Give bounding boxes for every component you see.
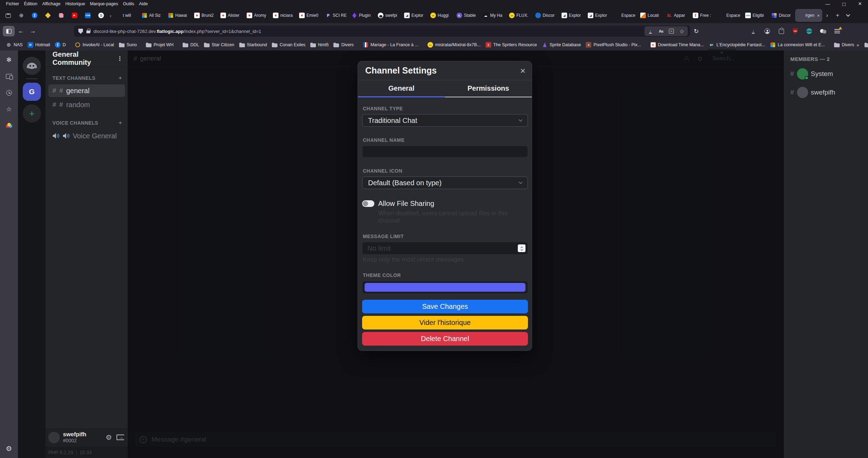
clear-history-button[interactable]: Vider l'historique [362, 316, 528, 329]
lock-icon[interactable] [86, 30, 90, 33]
browser-tab[interactable]: All Siz [140, 9, 166, 21]
bookmark-item[interactable]: La connexion Wifi et E... [768, 41, 827, 49]
tab-permissions[interactable]: Permissions [445, 80, 532, 97]
extension-b-icon[interactable] [818, 26, 828, 36]
logout-icon[interactable]: → [117, 435, 124, 440]
theme-color-input[interactable] [362, 281, 528, 294]
menu-icon[interactable] [832, 26, 842, 36]
translate-alt-icon[interactable]: A [667, 27, 676, 35]
bookmark-item[interactable]: The Spriters Resource [483, 41, 539, 49]
menu-item[interactable]: Outils [121, 1, 137, 6]
member-row[interactable]: # swefpifh [790, 87, 868, 98]
browser-tab[interactable]: SCI RE [323, 9, 350, 21]
channel-item[interactable]: # # general [48, 84, 125, 97]
account-icon[interactable] [762, 26, 772, 36]
bookmark-item[interactable]: Conan Exiles [269, 41, 308, 49]
channel-type-select[interactable]: Traditional Chat [362, 114, 528, 127]
pinned-tab[interactable] [55, 9, 68, 21]
browser-tab[interactable]: Discor [769, 9, 796, 21]
browser-tab[interactable]: Appar [664, 9, 691, 21]
server-menu-kebab-icon[interactable]: ⋮ [117, 55, 123, 62]
add-text-channel-icon[interactable]: + [119, 75, 122, 82]
add-server-button[interactable]: + [23, 104, 41, 123]
user-settings-gear-icon[interactable]: ⚙ [106, 433, 112, 442]
browser-tab[interactable]: My Ha [481, 9, 507, 21]
minimize-button[interactable]: — [820, 0, 836, 8]
bookmark-item[interactable]: NAS [3, 41, 25, 49]
tab-general[interactable]: General [358, 80, 445, 97]
discord-home-button[interactable] [23, 57, 41, 75]
bookmark-item[interactable]: InvokeAI - Local [72, 41, 117, 49]
bookmark-item[interactable]: Hotmail [25, 41, 52, 49]
list-tabs-icon[interactable] [843, 10, 853, 21]
bookmark-item[interactable]: Download Time Mana... [648, 41, 706, 49]
pinned-tab[interactable] [28, 9, 41, 21]
delete-channel-button[interactable]: Delete Channel [362, 332, 528, 346]
forward-icon[interactable]: → [27, 26, 38, 37]
message-input[interactable] [151, 436, 771, 443]
tracking-shield-icon[interactable] [78, 29, 83, 34]
browser-tab[interactable]: Plugin [350, 9, 376, 21]
bookmark-item[interactable]: PixelPlush Studio - Pix... [583, 41, 643, 49]
synced-tabs-icon[interactable] [4, 71, 14, 82]
back-icon[interactable]: ← [15, 26, 27, 37]
browser-tab[interactable]: Explor [402, 9, 428, 21]
bookmark-item[interactable]: Sprite Database [539, 41, 584, 49]
menu-item[interactable]: Aide [137, 1, 150, 6]
extensions-icon[interactable] [776, 26, 786, 36]
bookmark-item[interactable]: html5 [308, 41, 331, 49]
pinned-tab[interactable] [41, 9, 55, 21]
bookmark-item[interactable]: D [52, 41, 68, 49]
menu-item[interactable]: Affichage [40, 1, 63, 6]
browser-tab[interactable]: Locati [638, 9, 664, 21]
server-header[interactable]: General Community ⋮ [45, 50, 128, 67]
browser-tab[interactable]: Discor [533, 9, 559, 21]
browser-tab[interactable]: Stable [454, 9, 481, 21]
browser-tab[interactable]: Espace clie [612, 9, 638, 21]
sidebar-toggle-icon[interactable] [3, 26, 15, 36]
number-spinner[interactable] [518, 244, 525, 252]
channel-icon-select[interactable]: Default (Based on type) [362, 176, 528, 189]
browser-tab[interactable]: niciara [271, 9, 297, 21]
browser-tab[interactable]: Bruni2 [192, 9, 218, 21]
bookmark-item[interactable]: Starbound [237, 41, 270, 49]
pinned-tab[interactable] [81, 9, 94, 21]
bookmark-item[interactable]: DDL [180, 41, 202, 49]
pinned-tab[interactable] [68, 9, 81, 21]
menu-item[interactable]: Marque-pages [87, 1, 121, 6]
browser-tab[interactable]: Explor [586, 9, 612, 21]
file-sharing-toggle[interactable] [362, 200, 374, 207]
bookmarks-icon[interactable]: ☆ [4, 104, 14, 114]
menu-item[interactable]: Édition [22, 1, 40, 6]
browser-tab[interactable]: Huggi [428, 9, 454, 21]
channel-item[interactable]: # # random [48, 98, 125, 111]
tab-close-icon[interactable]: × [816, 13, 820, 18]
scroll-tabs-right-icon[interactable]: › [822, 10, 832, 21]
member-row[interactable]: # System [790, 68, 868, 79]
user-avatar[interactable] [48, 432, 60, 443]
browser-tab[interactable]: t will [113, 9, 140, 21]
channel-name-input[interactable] [362, 146, 528, 158]
close-icon[interactable]: × [520, 66, 525, 75]
browser-tab[interactable]: Espace abo [717, 9, 743, 21]
bookmark-item[interactable]: Divers [331, 41, 356, 49]
close-window-button[interactable]: × [852, 0, 868, 8]
bookmark-item[interactable]: Projet WH [143, 41, 176, 49]
extension-a-icon[interactable] [804, 26, 814, 36]
search-input[interactable] [708, 54, 778, 64]
history-icon[interactable] [4, 88, 14, 98]
bookmark-item[interactable]: mistralai/Mixtral-8x7B... [425, 41, 483, 49]
browser-tab[interactable]: Explor [559, 9, 586, 21]
sidebar-settings-gear-icon[interactable]: ⚙ [4, 443, 14, 454]
server-icon-general-community[interactable]: G [23, 83, 41, 101]
bookmark-item[interactable]: Suno [117, 41, 139, 49]
browser-tab[interactable]: Hawai [166, 9, 192, 21]
pinned-tab[interactable] [15, 9, 28, 21]
browser-tab[interactable]: FLUX. [507, 9, 533, 21]
browser-tab[interactable]: Emie0 [297, 9, 323, 21]
message-limit-input[interactable] [362, 242, 528, 255]
browser-tab[interactable]: Free : [691, 9, 717, 21]
bookmark-item[interactable]: L'Encyclopédie Fantast... [706, 41, 768, 49]
bookmark-item[interactable]: Star Citizen [202, 41, 237, 49]
maximize-button[interactable]: □ [836, 0, 852, 8]
